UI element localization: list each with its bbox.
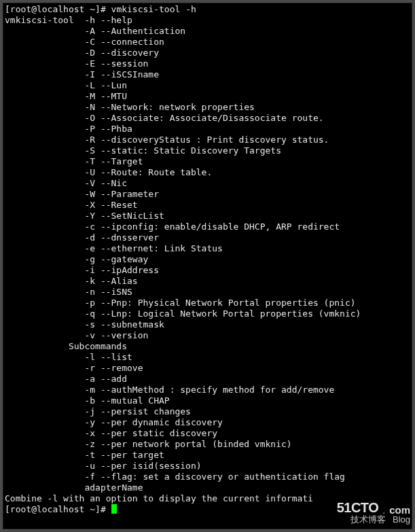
- opt: -N --Network: network properties: [84, 102, 254, 112]
- opt: -i --ipAddress: [84, 265, 159, 275]
- watermark-tld: com: [389, 505, 410, 516]
- opt: -p --Pnp: Physical Network Portal proper…: [84, 298, 355, 308]
- opt: -s --subnetmask: [84, 319, 164, 330]
- opt: -I --iSCSIname: [84, 69, 159, 79]
- opt: -D --discovery: [84, 48, 159, 58]
- opt: -h --help: [84, 15, 132, 25]
- watermark-tag: Blog: [393, 515, 410, 525]
- sub: -m --authMethod : specify method for add…: [84, 385, 334, 395]
- sub: -u --per isid(session): [84, 461, 201, 471]
- prompt2-symbol: #: [101, 504, 106, 514]
- opt: -E --session: [84, 58, 148, 69]
- opt: -V --Nic: [84, 178, 127, 188]
- terminal-output: [root@localhost ~]# vmkiscsi-tool -h vmk…: [3, 3, 412, 516]
- opt: -q --Lnp: Logical Network Portal propert…: [84, 308, 361, 319]
- sub: -r --remove: [84, 363, 143, 373]
- opt: -v --version: [84, 330, 148, 340]
- prompt-host: localhost: [37, 4, 84, 14]
- terminal-window[interactable]: [root@localhost ~]# vmkiscsi-tool -h vmk…: [3, 3, 412, 529]
- sub: -j --persist changes: [84, 406, 191, 416]
- prompt2-user: root: [10, 504, 31, 514]
- opt: -e --ethernet: Link Status: [84, 243, 223, 253]
- opt: -d --dnsserver: [84, 232, 159, 243]
- prompt2-dir: ~: [90, 504, 95, 514]
- opt: -P --Phba: [84, 124, 132, 134]
- command-text: vmkiscsi-tool -h: [111, 4, 196, 14]
- program-name: vmkiscsi-tool: [5, 15, 74, 25]
- opt: -c --ipconfig: enable/disable DHCP, ARP …: [84, 221, 340, 232]
- sub: -f --flag: set a discovery or authentica…: [84, 472, 345, 482]
- sub: -a --add: [84, 374, 127, 384]
- opt: -L --Lun: [84, 80, 127, 90]
- opt: -k --Alias: [84, 276, 137, 286]
- opt: -U --Route: Route table.: [84, 167, 212, 177]
- prompt-user: root: [10, 4, 31, 14]
- opt: -R --discoveryStatus : Print discovery s…: [84, 135, 329, 145]
- prompt-dir: ~: [90, 4, 95, 14]
- sub: -z --per network portal (binded vmknic): [84, 439, 291, 449]
- opt: -C --connection: [84, 37, 164, 47]
- prompt2-host: localhost: [37, 504, 84, 514]
- watermark-chinese: 技术博客: [350, 515, 386, 525]
- opt: -n --iSNS: [84, 287, 132, 297]
- opt: -S --static: Static Discovery Targets: [84, 145, 281, 156]
- cursor-block[interactable]: [111, 504, 117, 514]
- watermark: 51CTO.com 技术博客 Blog: [337, 501, 410, 525]
- opt: -O --Associate: Associate/Disassociate r…: [84, 113, 323, 123]
- bottom-line: Combine -l with an option to display the…: [5, 493, 313, 503]
- opt: -A --Authentication: [84, 26, 185, 36]
- watermark-site: 51CTO: [337, 501, 379, 515]
- opt: -M --MTU: [84, 91, 127, 101]
- opt: -T --Target: [84, 156, 143, 166]
- sub: -l --list: [84, 352, 132, 362]
- opt: -X --Reset: [84, 200, 137, 210]
- opt: -Y --SetNicList: [84, 211, 164, 221]
- subcommands-label: Subcommands: [69, 341, 127, 351]
- opt: -g --gateway: [84, 254, 148, 264]
- adapter-name-label: adapterName: [84, 482, 143, 493]
- sub: -y --per dynamic discovery: [84, 417, 223, 427]
- sub: -x --per static discovery: [84, 428, 217, 438]
- sub: -b --mutual CHAP: [84, 395, 169, 406]
- prompt-symbol: #: [101, 4, 106, 14]
- sub: -t --per target: [84, 450, 164, 460]
- opt: -W --Parameter: [84, 189, 159, 199]
